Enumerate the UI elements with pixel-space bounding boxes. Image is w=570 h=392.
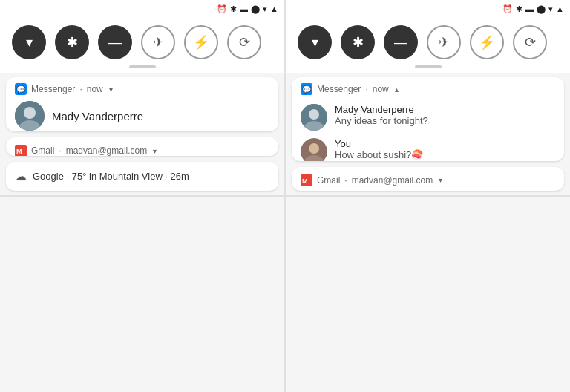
msg-sender-2: You [335,138,555,149]
notifications-area-right-top: 💬 Messenger · now ▴ [286,73,570,195]
message-thread: Mady Vanderperre Any ideas for tonight? [301,101,555,161]
gmail-dot-r: · [344,175,347,186]
wifi-toggle[interactable]: ▾ [12,25,46,59]
bluetooth-toggle-r[interactable]: ✱ [341,25,375,59]
divider-bar [0,65,284,73]
divider-pill-r [415,65,442,68]
signal-icon-r: ▲ [556,4,564,13]
avatar-mady [15,101,45,131]
flashlight-toggle[interactable]: ⚡ [184,25,218,59]
divider-bar-r [286,65,570,73]
left-bottom-panel [0,197,284,392]
msg-sender-1: Mady Vanderperre [335,104,555,115]
gmail-app-name-r: Gmail [317,175,340,186]
svg-text:M: M [302,177,308,185]
gmail-body: M Gmail · madvan@gmail.com ▾ Mady Vander… [6,137,278,156]
rotate-toggle-r[interactable]: ⟳ [513,25,547,59]
notif-time: · [79,84,82,94]
google-weather-text: Google · 75° in Mountain View · 26m [33,171,189,182]
bluetooth-status-icon: ✱ [230,4,237,14]
gmail-body-r: M Gmail · madvan@gmail.com ▾ Mady Vander… [292,167,564,191]
msg-content-1: Mady Vanderperre Any ideas for tonight? [335,104,555,126]
gmail-app-icon-r: M [301,174,312,186]
gmail-chevron-icon[interactable]: ▾ [153,147,157,155]
notif-header: 💬 Messenger · now ▾ [6,77,278,98]
alarm-icon-r: ⏰ [502,4,513,14]
quick-settings-left-top: ▾ ✱ — ✈ ⚡ ⟳ [0,18,284,65]
airplane-toggle-r[interactable]: ✈ [427,25,461,59]
messenger-app-icon-r: 💬 [301,83,312,95]
avatar-mady-1 [301,104,327,131]
gmail-header-row-r: M Gmail · madvan@gmail.com ▾ [301,174,555,186]
cast-icon: ▬ [240,4,248,13]
left-top-panel: ⏰ ✱ ▬ ⬤ ▾ ▲ ▾ ✱ — ✈ ⚡ ⟳ 💬 Messenger · no… [0,0,284,195]
gmail-svg: M [15,145,27,156]
message-row-2: You How about sushi?🍣 [301,138,555,161]
gmail-email: madvan@gmail.com [66,146,148,156]
dnd-status-icon: ⬤ [251,4,260,14]
messenger-notification: 💬 Messenger · now ▾ Mady Vanderperre [6,77,278,131]
svg-point-9 [309,143,319,154]
avatar-image [15,101,45,131]
wifi-toggle-r[interactable]: ▾ [298,25,332,59]
notifications-area-left-top: 💬 Messenger · now ▾ Mady Vanderperre [0,73,284,195]
status-bar-left-top: ⏰ ✱ ▬ ⬤ ▾ ▲ [0,0,284,18]
right-bottom-panel [286,197,570,392]
signal-icon: ▲ [270,4,278,13]
rotate-toggle[interactable]: ⟳ [227,25,261,59]
messenger-app-icon: 💬 [15,83,27,95]
divider-pill [129,65,156,68]
msg-content-2: You How about sushi?🍣 [335,138,555,160]
avatar-svg-2 [301,138,327,161]
notif-dot-r: · [365,84,367,94]
gmail-chevron-icon-r[interactable]: ▾ [439,176,442,184]
gmail-notification-right: M Gmail · madvan@gmail.com ▾ Mady Vander… [292,167,564,191]
bluetooth-toggle[interactable]: ✱ [55,25,89,59]
svg-text:M: M [16,148,22,155]
svg-point-6 [309,109,319,120]
message-row-1: Mady Vanderperre Any ideas for tonight? [301,104,555,131]
bluetooth-status-icon-r: ✱ [516,4,522,14]
gmail-app-name: Gmail [31,146,54,156]
status-icons: ⏰ ✱ ▬ ⬤ ▾ ▲ [217,4,278,14]
flashlight-toggle-r[interactable]: ⚡ [470,25,504,59]
dnd-status-icon-r: ⬤ [537,4,546,14]
alarm-icon: ⏰ [217,4,227,14]
app-name-r: Messenger [317,84,361,94]
chevron-down-icon[interactable]: ▾ [109,85,113,94]
app-name: Messenger [31,84,75,94]
wifi-status-icon-r: ▾ [548,4,553,14]
cast-icon-r: ▬ [525,4,534,13]
notif-time-val: now [87,84,103,94]
msg-text-2: How about sushi?🍣 [335,149,555,160]
dnd-toggle[interactable]: — [98,25,132,59]
svg-point-1 [24,107,36,119]
notif-time-r: now [373,84,389,94]
google-weather-bar: ☁ Google · 75° in Mountain View · 26m [6,162,278,191]
chevron-up-icon[interactable]: ▴ [395,85,399,94]
sender-name: Mady Vanderperre [52,110,143,122]
msg-text-1: Any ideas for tonight? [335,115,555,126]
dnd-toggle-r[interactable]: — [384,25,418,59]
gmail-dot: · [59,146,61,156]
sender-row: Mady Vanderperre [15,101,269,131]
status-icons-right: ⏰ ✱ ▬ ⬤ ▾ ▲ [502,4,564,14]
gmail-header-row: M Gmail · madvan@gmail.com ▾ [15,145,269,156]
quick-settings-right-top: ▾ ✱ — ✈ ⚡ ⟳ [286,18,570,65]
gmail-svg-r: M [301,174,312,186]
notif-body: Mady Vanderperre Reply Archive [6,98,278,131]
airplane-toggle[interactable]: ✈ [141,25,175,59]
gmail-app-icon: M [15,145,27,156]
messenger-notification-expanded: 💬 Messenger · now ▴ [292,77,564,161]
gmail-email-r: madvan@gmail.com [352,175,433,186]
gmail-notification-left: M Gmail · madvan@gmail.com ▾ Mady Vander… [6,137,278,156]
wifi-status-icon: ▾ [263,4,267,14]
avatar-you [301,138,327,161]
right-top-panel: ⏰ ✱ ▬ ⬤ ▾ ▲ ▾ ✱ — ✈ ⚡ ⟳ 💬 Messenger · no… [286,0,570,195]
cloud-icon: ☁ [15,169,27,183]
notif-header-r: 💬 Messenger · now ▴ [292,77,564,98]
status-bar-right-top: ⏰ ✱ ▬ ⬤ ▾ ▲ [286,0,570,18]
notif-body-r: Mady Vanderperre Any ideas for tonight? [292,98,564,161]
avatar-svg-1 [301,104,327,131]
